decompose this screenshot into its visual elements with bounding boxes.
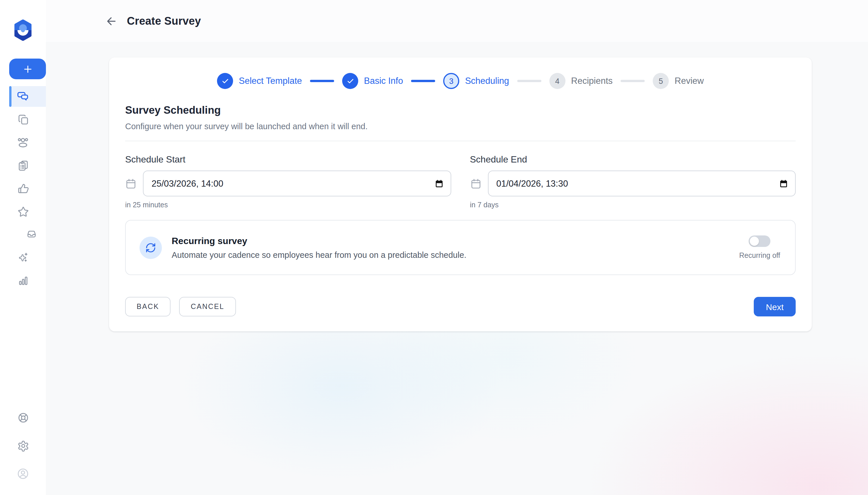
step-review[interactable]: 5 Review bbox=[653, 73, 704, 89]
step-select-template[interactable]: Select Template bbox=[217, 73, 302, 89]
calendar-icon bbox=[470, 178, 481, 189]
step-connector bbox=[621, 80, 645, 82]
user-avatar-icon bbox=[17, 467, 29, 480]
sidebar-item-feedback[interactable] bbox=[0, 178, 46, 199]
step-scheduling[interactable]: 3 Scheduling bbox=[443, 73, 509, 89]
schedule-end-field: Schedule End bbox=[470, 154, 796, 209]
section-title: Survey Scheduling bbox=[125, 104, 796, 117]
back-arrow-button[interactable] bbox=[104, 14, 118, 28]
step-1-circle bbox=[217, 73, 233, 89]
step-1-label: Select Template bbox=[239, 76, 302, 86]
recurring-survey-card: Recurring survey Automate your cadence s… bbox=[125, 220, 796, 275]
step-connector bbox=[310, 80, 334, 82]
check-icon bbox=[221, 77, 229, 85]
page-header: Create Survey bbox=[46, 0, 868, 42]
content-background: Select Template Basic Info 3 Scheduling bbox=[46, 42, 868, 495]
schedule-end-label: Schedule End bbox=[470, 154, 796, 165]
schedule-start-helper: in 25 minutes bbox=[125, 201, 451, 209]
thumbs-up-icon bbox=[17, 182, 29, 194]
bar-chart-icon bbox=[17, 274, 29, 286]
date-picker-icon[interactable] bbox=[779, 179, 788, 188]
divider bbox=[125, 141, 796, 141]
clipboard-list-icon bbox=[17, 159, 29, 171]
users-icon bbox=[17, 136, 29, 149]
date-picker-icon[interactable] bbox=[434, 179, 444, 188]
recurring-description: Automate your cadence so employees hear … bbox=[172, 250, 466, 259]
calendar-icon bbox=[125, 178, 137, 189]
chat-bubbles-icon bbox=[17, 90, 29, 103]
schedule-start-field: Schedule Start bbox=[125, 154, 451, 209]
check-icon bbox=[346, 77, 354, 85]
recurring-toggle[interactable] bbox=[749, 236, 771, 247]
step-4-label: Recipients bbox=[571, 76, 613, 86]
main-area: Create Survey Select Template bbox=[46, 0, 868, 495]
sidebar-item-templates[interactable] bbox=[0, 109, 46, 130]
sidebar-item-people[interactable] bbox=[0, 132, 46, 153]
inbox-icon bbox=[26, 228, 37, 240]
sidebar-item-inbox[interactable] bbox=[0, 224, 46, 245]
recurring-toggle-block: Recurring off bbox=[739, 236, 780, 259]
sidebar-nav bbox=[0, 86, 46, 291]
settings-gear-icon bbox=[17, 440, 29, 451]
sidebar-item-account[interactable] bbox=[0, 463, 46, 484]
sidebar-item-help[interactable] bbox=[0, 407, 46, 428]
copy-icon bbox=[17, 114, 29, 125]
step-4-circle: 4 bbox=[550, 73, 566, 89]
step-basic-info[interactable]: Basic Info bbox=[342, 73, 403, 89]
recurring-icon-badge bbox=[139, 236, 162, 259]
schedule-fields: Schedule Start bbox=[125, 154, 796, 209]
sidebar-item-settings[interactable] bbox=[0, 435, 46, 456]
app-logo[interactable] bbox=[13, 19, 33, 41]
refresh-icon bbox=[145, 242, 156, 253]
step-3-circle: 3 bbox=[443, 73, 459, 89]
step-connector bbox=[517, 80, 541, 82]
back-button[interactable]: BACK bbox=[125, 297, 171, 317]
recurring-status-label: Recurring off bbox=[739, 252, 780, 259]
app-window: Create Survey Select Template bbox=[0, 0, 868, 495]
sidebar-item-analytics[interactable] bbox=[0, 270, 46, 291]
wizard-card: Select Template Basic Info 3 Scheduling bbox=[109, 57, 812, 331]
step-3-label: Scheduling bbox=[465, 76, 509, 86]
schedule-end-helper: in 7 days bbox=[470, 201, 796, 209]
schedule-start-input[interactable] bbox=[143, 171, 451, 197]
sparkles-icon bbox=[17, 251, 29, 263]
plus-icon bbox=[22, 64, 33, 74]
page-title: Create Survey bbox=[127, 15, 201, 27]
sidebar-footer bbox=[0, 407, 46, 495]
arrow-left-icon bbox=[105, 15, 118, 27]
schedule-end-input[interactable] bbox=[488, 171, 796, 197]
wizard-actions: BACK CANCEL Next bbox=[125, 297, 796, 317]
sidebar-item-ai-assist[interactable] bbox=[0, 247, 46, 268]
star-icon bbox=[17, 205, 29, 217]
recurring-title: Recurring survey bbox=[172, 236, 466, 246]
step-5-label: Review bbox=[675, 76, 704, 86]
sidebar-item-forms[interactable] bbox=[0, 155, 46, 176]
sidebar bbox=[0, 0, 46, 495]
sidebar-item-surveys[interactable] bbox=[0, 86, 46, 107]
create-new-button[interactable] bbox=[9, 58, 46, 79]
step-2-label: Basic Info bbox=[364, 76, 403, 86]
step-2-circle bbox=[342, 73, 358, 89]
step-recipients[interactable]: 4 Recipients bbox=[550, 73, 613, 89]
cancel-button[interactable]: CANCEL bbox=[179, 297, 236, 317]
schedule-start-label: Schedule Start bbox=[125, 154, 451, 165]
next-button[interactable]: Next bbox=[754, 297, 796, 317]
toggle-knob bbox=[750, 237, 759, 246]
life-buoy-icon bbox=[17, 411, 29, 424]
sidebar-item-favorites[interactable] bbox=[0, 201, 46, 222]
section-description: Configure when your survey will be launc… bbox=[125, 122, 796, 131]
step-5-circle: 5 bbox=[653, 73, 669, 89]
hexagon-logo-icon bbox=[13, 19, 33, 41]
step-connector bbox=[411, 80, 435, 82]
stepper: Select Template Basic Info 3 Scheduling bbox=[125, 73, 796, 89]
